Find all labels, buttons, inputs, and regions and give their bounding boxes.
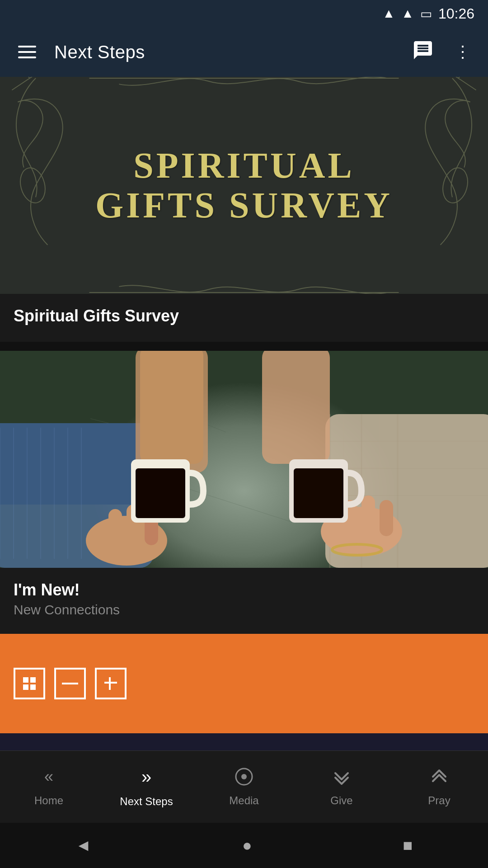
- nav-item-give[interactable]: Give: [293, 762, 390, 811]
- card-divider-1: [0, 342, 488, 351]
- svg-rect-34: [380, 500, 393, 536]
- bottom-nav: « Home » Next Steps Media Give: [0, 750, 488, 823]
- pray-icon: [429, 767, 449, 790]
- svg-point-53: [241, 774, 247, 779]
- svg-rect-40: [136, 468, 185, 518]
- nav-label-home: Home: [34, 794, 63, 807]
- ornament-container: SPIRITUAL GIFTS SURVEY: [68, 90, 420, 280]
- nav-item-pray[interactable]: Pray: [390, 762, 488, 811]
- recent-button[interactable]: ■: [403, 836, 413, 855]
- im-new-title: I'm New!: [14, 580, 474, 599]
- im-new-subtitle: New Connections: [14, 602, 474, 618]
- status-bar: ▲ ▲ ▭ 10:26: [0, 0, 488, 27]
- coffee-banner: [0, 351, 488, 568]
- svg-text:»: »: [141, 767, 151, 787]
- svg-rect-33: [361, 495, 375, 536]
- svg-rect-42: [294, 468, 343, 518]
- battery-icon: ▭: [420, 6, 432, 21]
- back-button[interactable]: ◄: [75, 836, 92, 855]
- page-title: Next Steps: [54, 42, 395, 62]
- partial-orange-card[interactable]: [0, 634, 488, 733]
- content-scroll: SPIRITUAL GIFTS SURVEY Spiritual Gifts S…: [0, 77, 488, 851]
- svg-rect-10: [0, 423, 154, 505]
- spiritual-gifts-image: SPIRITUAL GIFTS SURVEY: [0, 77, 488, 294]
- home-button[interactable]: ●: [242, 836, 252, 855]
- svg-rect-44: [30, 677, 36, 683]
- wifi-icon: ▲: [382, 6, 395, 21]
- menu-button[interactable]: [14, 41, 41, 63]
- svg-rect-49: [109, 677, 111, 690]
- nav-label-give: Give: [330, 794, 352, 807]
- nav-label-next-steps: Next Steps: [120, 795, 173, 808]
- svg-rect-46: [30, 684, 36, 690]
- survey-title-line1: SPIRITUAL: [95, 146, 393, 185]
- status-time: 10:26: [438, 5, 474, 22]
- svg-rect-47: [62, 683, 78, 684]
- nav-label-pray: Pray: [428, 794, 450, 807]
- spiritual-gifts-title: Spiritual Gifts Survey: [14, 307, 474, 326]
- nav-label-media: Media: [229, 794, 258, 807]
- home-icon: «: [39, 767, 59, 790]
- svg-text:«: «: [44, 767, 53, 786]
- spiritual-gifts-card[interactable]: SPIRITUAL GIFTS SURVEY Spiritual Gifts S…: [0, 77, 488, 342]
- survey-title: SPIRITUAL GIFTS SURVEY: [95, 146, 393, 225]
- media-icon: [234, 767, 254, 790]
- svg-rect-45: [23, 684, 28, 690]
- nav-item-media[interactable]: Media: [195, 762, 293, 811]
- give-icon: [332, 767, 352, 790]
- spiritual-gifts-caption: Spiritual Gifts Survey: [0, 294, 488, 342]
- svg-rect-37: [140, 351, 203, 464]
- more-options-button[interactable]: ⋮: [451, 39, 474, 65]
- survey-title-line2: GIFTS SURVEY: [95, 185, 393, 225]
- step-icon-2: [54, 668, 86, 699]
- step-icon-3: [95, 668, 127, 699]
- signal-icon: ▲: [401, 6, 414, 21]
- app-bar: Next Steps ⋮: [0, 27, 488, 77]
- coffee-image: [0, 351, 488, 568]
- next-steps-icon: »: [136, 766, 157, 791]
- im-new-caption: I'm New! New Connections: [0, 568, 488, 634]
- svg-rect-19: [108, 509, 122, 545]
- nav-item-home[interactable]: « Home: [0, 762, 98, 811]
- spiritual-gifts-banner: SPIRITUAL GIFTS SURVEY: [0, 77, 488, 294]
- chat-button[interactable]: [408, 36, 437, 69]
- svg-rect-38: [262, 351, 330, 464]
- app-bar-actions: ⋮: [408, 36, 474, 69]
- svg-rect-43: [23, 677, 28, 683]
- im-new-card[interactable]: I'm New! New Connections: [0, 351, 488, 634]
- step-icon-1: [14, 668, 45, 699]
- system-nav: ◄ ● ■: [0, 823, 488, 868]
- nav-item-next-steps[interactable]: » Next Steps: [98, 761, 195, 812]
- orange-card-icons: [14, 668, 127, 699]
